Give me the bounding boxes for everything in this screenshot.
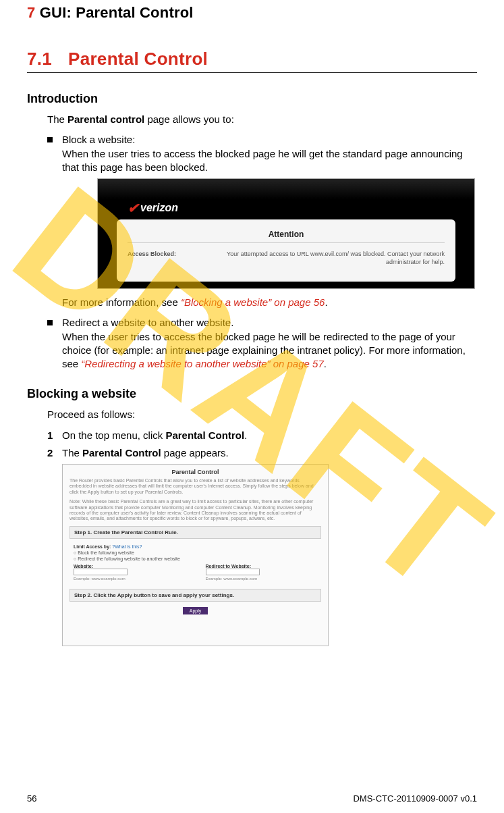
chapter-title: GUI: Parental Control [35,4,193,21]
step-1: 1 On the top menu, click Parental Contro… [47,429,477,442]
pc-redirect-label: Redirect to Website: [206,564,318,569]
pc-redirect-input[interactable] [206,569,260,575]
blocking-proceed: Proceed as follows: [47,408,477,421]
step-num: 1 [47,429,53,442]
page-number: 56 [27,793,36,804]
pc-para1: The Router provides basic Parental Contr… [69,478,321,495]
pc-radio-redirect[interactable]: ○ Redirect the following website to anot… [74,556,317,561]
verizon-row: Access Blocked: Your attempted access to… [128,243,445,266]
step-bold: Parental Control [82,447,161,458]
pc-redirect-example: Example: www.example.com [206,577,318,581]
pc-radio-block[interactable]: ○ Block the following website [74,550,317,555]
pc-apply-button[interactable]: Apply [183,607,208,614]
pc-website-label: Website: [74,564,186,569]
bullet-after-link[interactable]: “Blocking a website” on page 56 [181,296,325,308]
intro-lead-bold: Parental control [67,113,144,125]
chapter-number: 7 [27,4,35,21]
verizon-row-text: Your attempted access to URL www.evil.co… [208,250,445,266]
verizon-logo-text: verizon [140,202,178,213]
blocked-page-screenshot: ✔verizon Attention Access Blocked: Your … [97,178,477,289]
intro-lead-pre: The [47,113,67,125]
pc-col-website: Website: Example: www.example.com [74,564,186,581]
section-number: 7.1 [27,49,52,70]
verizon-row-label: Access Blocked: [128,250,208,266]
pc-col-redirect: Redirect to Website: Example: www.exampl… [206,564,318,581]
parental-control-screenshot: Parental Control The Router provides bas… [62,464,329,646]
verizon-check-icon: ✔ [128,201,139,215]
step-pre: The [62,447,82,458]
pc-help-link[interactable]: What is this? [115,544,142,549]
chapter-header: 7 GUI: Parental Control [27,0,477,22]
pc-website-example: Example: www.example.com [74,577,186,581]
blocking-steps: 1 On the top menu, click Parental Contro… [47,429,477,461]
bullet-block-website: Block a website: When the user tries to … [47,133,477,309]
verizon-top-bar [98,179,474,199]
verizon-logo: ✔verizon [128,198,178,216]
bullet-body: When the user tries to access the blocke… [62,148,463,173]
pc-columns: Website: Example: www.example.com Redire… [74,564,317,581]
bullet-redirect-website: Redirect a website to another website. W… [47,316,477,371]
step-2: 2 The Parental Control page appears. [47,446,477,460]
verizon-panel: Attention Access Blocked: Your attempted… [117,219,455,282]
step-post: page appears. [161,447,229,458]
verizon-block: ✔verizon Attention Access Blocked: Your … [97,178,475,289]
page-footer: 56 DMS-CTC-20110909-0007 v0.1 [27,793,477,804]
pc-title: Parental Control [69,469,321,475]
intro-bullets: Block a website: When the user tries to … [47,133,477,371]
bullet-title: Redirect a website to another website. [62,317,233,328]
pc-step2: Step 2. Click the Apply button to save a… [69,589,321,602]
pc-website-input[interactable] [74,569,128,575]
step-post: . [244,429,247,441]
pc-radio-redirect-label: Redirect the following website to anothe… [78,556,180,561]
doc-id: DMS-CTC-20110909-0007 v0.1 [353,793,477,804]
verizon-attention: Attention [128,225,445,243]
bullet-body-link[interactable]: “Redirecting a website to another websit… [81,358,323,369]
step-pre: On the top menu, click [62,429,165,441]
pc-step1: Step 1. Create the Parental Control Rule… [69,526,321,539]
step-bold: Parental Control [165,429,244,441]
pc-limit-label: Limit Access by: [74,544,111,549]
intro-heading: Introduction [27,92,477,106]
bullet-title: Block a website: [62,134,135,145]
bullet-after-post: . [325,296,327,308]
section-title: Parental Control [68,49,208,69]
bullet-after-pre: For more information, see [62,296,181,308]
intro-lead: The Parental control page allows you to: [47,113,477,126]
section-heading: 7.1Parental Control [27,49,477,73]
bullet-body-post: . [324,358,327,369]
pc-radio-block-label: Block the following website [78,550,134,555]
pc-form: Limit Access by: ?What is this? ○ Block … [69,543,321,585]
page: DRAFT 7 GUI: Parental Control 7.1Parenta… [0,0,504,813]
pc-para2: Note: While these basic Parental Control… [69,499,321,522]
blocking-heading: Blocking a website [27,387,477,401]
step-num: 2 [47,446,53,460]
intro-lead-post: page allows you to: [144,113,234,125]
